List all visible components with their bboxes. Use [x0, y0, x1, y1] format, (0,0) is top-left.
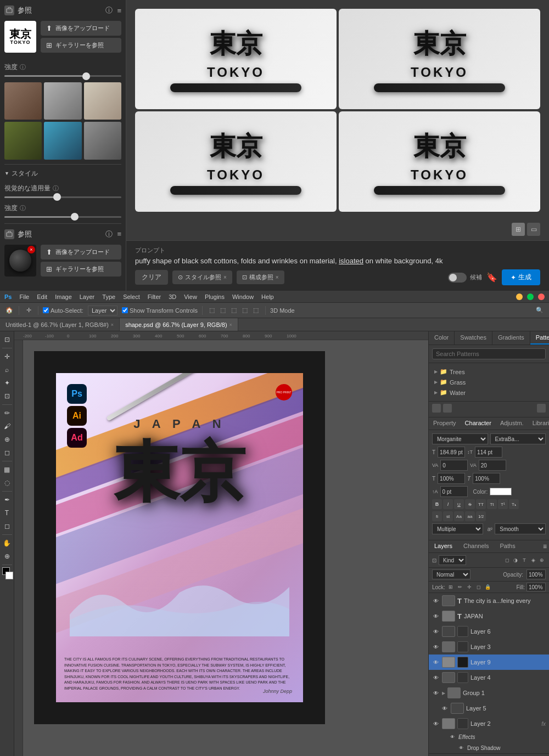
style-ref-tag[interactable]: ⊙ スタイル参照 × — [172, 270, 232, 284]
upload-btn[interactable]: ⬆ 画像をアップロード — [41, 21, 121, 36]
info-icon[interactable]: ⓘ — [105, 5, 113, 15]
baseline-input[interactable] — [440, 486, 468, 497]
align-left-icon[interactable]: ⬚ — [207, 306, 217, 315]
menu-3d[interactable]: 3D — [169, 294, 176, 300]
type-filter-icon[interactable]: T — [520, 556, 528, 564]
aa2-btn[interactable]: aa — [465, 511, 475, 521]
layer-row-effects[interactable]: 👁 Effects — [438, 731, 549, 742]
fg-bg-colors[interactable] — [1, 567, 13, 579]
libraries-tab[interactable]: Libraries — [528, 418, 549, 430]
thumb-item-2[interactable] — [84, 82, 121, 120]
rectangle-select-tool[interactable]: ⊡ — [1, 334, 13, 346]
ps-tab-shape[interactable]: shape.psd @ 66.7% (Layer 9, RGB/8) × — [120, 318, 238, 331]
smart-filter-icon[interactable]: ⊕ — [538, 556, 546, 564]
tab-close-1[interactable]: × — [229, 322, 232, 328]
style-ref-close-icon[interactable]: × — [223, 274, 227, 280]
channels-tab[interactable]: Channels — [458, 540, 494, 552]
allcaps-btn[interactable]: TT — [476, 499, 486, 509]
minimize-btn[interactable] — [516, 294, 523, 300]
zoom-tool[interactable]: ⊕ — [1, 550, 13, 562]
patterns-search-input[interactable] — [432, 348, 546, 359]
text-tool[interactable]: T — [1, 507, 13, 519]
menu-type[interactable]: Type — [102, 294, 115, 300]
layer-row-3[interactable]: 👁 Layer 3 — [429, 639, 549, 655]
grid-view-btn[interactable]: ⊞ — [512, 223, 525, 236]
magic-wand-tool[interactable]: ✦ — [1, 377, 13, 389]
super-btn[interactable]: T¹ — [498, 499, 508, 509]
eyedropper-tool[interactable]: ✏ — [1, 407, 13, 419]
lock-all-icon[interactable]: 🔒 — [484, 583, 492, 591]
blend-dropdown[interactable]: Multiple — [432, 523, 483, 534]
move-tool-icon[interactable]: ✛ — [24, 306, 33, 315]
adjustment-filter-icon[interactable]: ◑ — [512, 556, 519, 564]
lasso-tool[interactable]: ⌕ — [1, 364, 13, 376]
intensity-thumb[interactable] — [82, 72, 90, 80]
layer-row-japan[interactable]: 👁 T JAPAN — [429, 608, 549, 624]
patterns-tab[interactable]: Patterns — [530, 331, 549, 345]
font-style-dropdown[interactable]: ExtraBa... — [490, 433, 546, 444]
menu-view[interactable]: View — [184, 294, 197, 300]
layer-row-2[interactable]: 👁 Layer 2 fx — [429, 716, 549, 731]
upload-btn-2[interactable]: ⬆ 画像をアップロード — [41, 245, 121, 259]
intensity-info-icon[interactable]: ⓘ — [20, 63, 26, 71]
auto-select-input[interactable] — [43, 307, 49, 313]
crop-tool[interactable]: ⊡ — [1, 390, 13, 402]
menu-help[interactable]: Help — [261, 294, 274, 300]
thumb-item-5[interactable] — [84, 122, 121, 159]
font-family-dropdown[interactable]: Morganite — [432, 433, 488, 444]
comp-ref-close-icon[interactable]: × — [276, 274, 279, 280]
comp-ref-tag[interactable]: ⊡ 構成参照 × — [237, 270, 284, 284]
eye-4[interactable]: 👁 — [432, 674, 440, 681]
eye-2[interactable]: 👁 — [432, 720, 440, 727]
thumb-item-0[interactable] — [4, 82, 42, 120]
remove-thumb-btn[interactable]: × — [27, 246, 35, 253]
sub-btn[interactable]: T₁ — [509, 499, 519, 509]
close-btn[interactable] — [538, 294, 545, 300]
thumb-item-3[interactable] — [4, 122, 42, 159]
ps-tab-untitled[interactable]: Untitled-1 @ 66.7% (Layer 1, RGB/8#) × — [0, 318, 120, 331]
lock-transparent-icon[interactable]: ⊞ — [447, 583, 455, 591]
blend-mode-dropdown[interactable]: Normal — [432, 569, 470, 579]
blur-tool[interactable]: ◌ — [1, 477, 13, 489]
eye-group1[interactable]: 👁 — [432, 689, 440, 697]
menu-window[interactable]: Window — [232, 294, 254, 300]
intensity-track[interactable] — [4, 75, 121, 77]
patterns-add-folder-btn[interactable] — [432, 404, 441, 413]
kind-filter-dropdown[interactable]: Kind — [439, 555, 466, 565]
menu-file[interactable]: File — [19, 294, 29, 300]
gen-cell-1[interactable]: 東京 TOKYO — [339, 9, 540, 109]
align-center-icon[interactable]: ⬚ — [218, 306, 228, 315]
intensity2-thumb[interactable] — [71, 213, 79, 221]
auto-select-dropdown[interactable]: Layer — [88, 306, 117, 315]
intensity2-track[interactable] — [4, 216, 121, 218]
tree-item-trees[interactable]: ▶ 📁 Trees — [432, 366, 546, 377]
maximize-btn[interactable] — [527, 294, 534, 300]
scale-v-input[interactable] — [473, 473, 500, 484]
eye-drop-shadow[interactable]: 👁 — [457, 744, 465, 752]
eye-9[interactable]: 👁 — [432, 658, 440, 666]
menu-select[interactable]: Select — [123, 294, 140, 300]
kern-input[interactable] — [440, 460, 468, 471]
lock-artboard-icon[interactable]: ◻ — [475, 583, 483, 591]
show-transform-input[interactable] — [122, 307, 128, 313]
menu-icon[interactable]: ≡ — [117, 7, 121, 15]
eye-3[interactable]: 👁 — [432, 643, 440, 651]
gallery-btn-2[interactable]: ⊞ ギャラリーを参照 — [41, 262, 121, 277]
menu-layer[interactable]: Layer — [80, 294, 95, 300]
swatches-tab[interactable]: Swatches — [455, 331, 492, 345]
info-icon-2[interactable]: ⓘ — [105, 229, 113, 239]
gradients-tab[interactable]: Gradients — [492, 331, 530, 345]
pixel-filter-icon[interactable]: ◻ — [503, 556, 511, 564]
gen-cell-0[interactable]: 東京 TOKYO — [135, 9, 337, 109]
font-color-swatch[interactable] — [490, 488, 512, 495]
aa-dropdown[interactable]: Smooth — [495, 523, 546, 534]
thumb-item-1[interactable] — [44, 82, 81, 120]
align-middle-icon[interactable]: ⬚ — [251, 306, 261, 315]
group-arrow-icon[interactable]: ▶ — [442, 691, 445, 696]
hand-tool[interactable]: ✋ — [1, 537, 13, 549]
patterns-delete-btn[interactable] — [537, 404, 546, 413]
gallery-btn[interactable]: ⊞ ギャラリーを参照 — [41, 38, 121, 53]
menu-filter[interactable]: Filter — [148, 294, 161, 300]
generate-btn[interactable]: ✦ 生成 — [502, 269, 540, 285]
lock-pixels-icon[interactable]: ✏ — [456, 583, 464, 591]
